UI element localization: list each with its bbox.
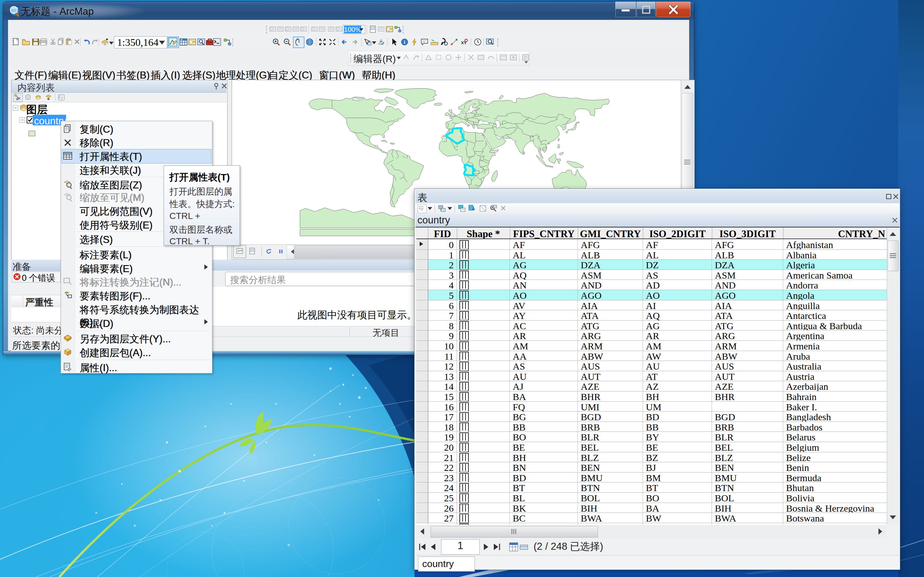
svg-text:XY: XY (461, 40, 467, 45)
svg-text:i: i (404, 39, 405, 45)
